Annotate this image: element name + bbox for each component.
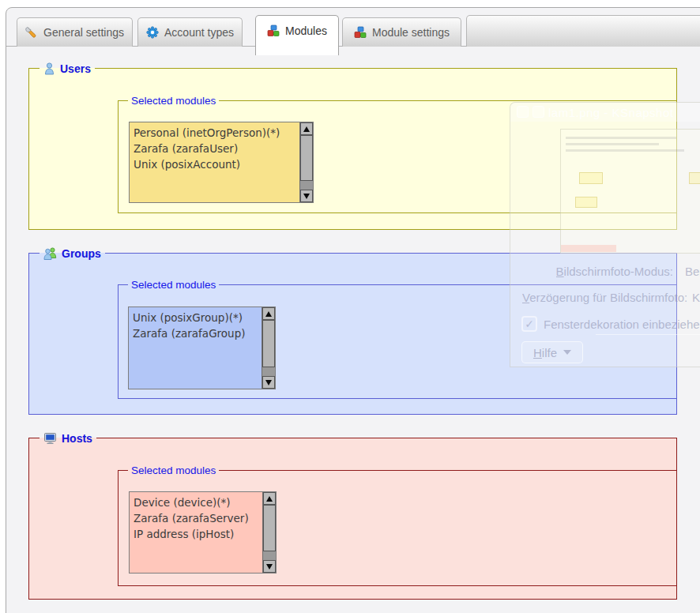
scrollbar-thumb[interactable] <box>263 505 276 551</box>
scrollbar[interactable] <box>299 122 313 202</box>
arrow-down-icon <box>265 380 272 385</box>
section-hosts-legend: Hosts <box>40 431 96 446</box>
wrench-icon <box>25 26 38 39</box>
group-icon <box>43 247 57 260</box>
section-label: Groups <box>62 247 101 260</box>
list-item[interactable]: Unix (posixAccount) <box>134 156 298 172</box>
selected-modules-fieldset: Selected modules Device (device)(*) Zara… <box>118 470 677 586</box>
section-label: Users <box>60 62 91 75</box>
scrollbar[interactable] <box>262 492 276 573</box>
list-item[interactable]: Zarafa (zarafaUser) <box>134 141 298 156</box>
scroll-up-button[interactable] <box>263 492 276 505</box>
hosts-modules-listbox[interactable]: Device (device)(*) Zarafa (zarafaServer)… <box>129 491 277 574</box>
users-modules-options: Personal (inetOrgPerson)(*) Zarafa (zara… <box>130 122 299 202</box>
scrollbar-track[interactable] <box>263 505 276 560</box>
hosts-modules-options: Device (device)(*) Zarafa (zarafaServer)… <box>130 492 262 573</box>
selected-modules-legend: Selected modules <box>128 94 219 107</box>
scrollbar-thumb[interactable] <box>262 320 275 367</box>
users-modules-listbox[interactable]: Personal (inetOrgPerson)(*) Zarafa (zara… <box>129 122 314 203</box>
scroll-up-button[interactable] <box>262 307 275 320</box>
list-item[interactable]: Zarafa (zarafaGroup) <box>133 325 260 341</box>
selected-modules-legend: Selected modules <box>128 464 219 477</box>
arrow-up-icon <box>266 496 273 502</box>
scroll-up-button[interactable] <box>300 122 313 135</box>
selected-modules-fieldset: Selected modules Personal (inetOrgPerson… <box>118 100 677 213</box>
tab-module-settings[interactable]: Module settings <box>342 17 461 47</box>
section-users-legend: Users <box>40 61 95 76</box>
scroll-down-button[interactable] <box>263 560 276 573</box>
tab-label: Modules <box>285 24 327 37</box>
modules-icon <box>354 26 367 39</box>
list-item[interactable]: Zarafa (zarafaServer) <box>134 510 261 526</box>
list-item[interactable]: IP address (ipHost) <box>134 526 261 542</box>
section-groups-legend: Groups <box>40 246 105 261</box>
host-icon <box>43 432 57 445</box>
section-users: Users Selected modules Personal (inetOrg… <box>28 68 677 230</box>
scroll-down-button[interactable] <box>262 376 275 389</box>
tab-modules[interactable]: Modules <box>255 15 339 55</box>
list-item[interactable]: Unix (posixGroup)(*) <box>133 310 260 325</box>
tab-strip-filler <box>466 15 700 47</box>
section-label: Hosts <box>62 432 92 445</box>
selected-modules-legend: Selected modules <box>128 278 219 291</box>
arrow-down-icon <box>303 194 310 199</box>
tab-label: General settings <box>43 26 124 39</box>
gear-icon <box>146 26 159 39</box>
tab-label: Account types <box>164 26 234 39</box>
section-groups: Groups Selected modules Unix (posixGroup… <box>28 253 677 415</box>
tab-general-settings[interactable]: General settings <box>17 17 133 47</box>
scrollbar-track[interactable] <box>262 320 275 376</box>
modules-icon <box>267 24 280 37</box>
scrollbar-track[interactable] <box>300 135 313 190</box>
scrollbar[interactable] <box>262 307 275 389</box>
tab-label: Module settings <box>372 26 450 39</box>
arrow-down-icon <box>266 564 273 570</box>
section-hosts: Hosts Selected modules Device (device)(*… <box>28 438 677 600</box>
arrow-up-icon <box>265 311 272 317</box>
list-item[interactable]: Device (device)(*) <box>134 495 261 510</box>
selected-modules-fieldset: Selected modules Unix (posixGroup)(*) Za… <box>118 284 677 399</box>
scroll-down-button[interactable] <box>300 190 313 202</box>
groups-modules-listbox[interactable]: Unix (posixGroup)(*) Zarafa (zarafaGroup… <box>128 306 276 389</box>
arrow-up-icon <box>303 126 310 132</box>
list-item[interactable]: Personal (inetOrgPerson)(*) <box>134 125 298 141</box>
scrollbar-thumb[interactable] <box>300 135 313 181</box>
user-icon <box>43 62 55 75</box>
groups-modules-options: Unix (posixGroup)(*) Zarafa (zarafaGroup… <box>129 307 262 389</box>
config-frame: General settings Account types Modules <box>6 7 700 613</box>
tab-account-types[interactable]: Account types <box>137 17 243 47</box>
